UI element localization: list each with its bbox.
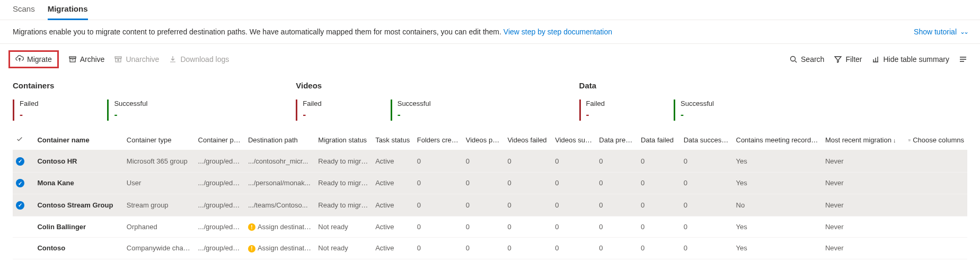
videos-prev-cell: 0 bbox=[463, 194, 505, 216]
hide-summary-label: Hide table summary bbox=[884, 55, 950, 64]
data-failed-cell: 0 bbox=[638, 216, 681, 238]
container-name-cell: Colin Ballinger bbox=[34, 216, 123, 238]
containers-failed-label: Failed bbox=[20, 100, 38, 107]
svg-rect-5 bbox=[909, 139, 911, 141]
containers-failed-value: - bbox=[20, 110, 38, 121]
containers-success-value: - bbox=[114, 110, 147, 121]
data-prev-cell: 0 bbox=[596, 194, 638, 216]
col-videos-previous[interactable]: Videos prev... bbox=[463, 130, 505, 150]
destination-path-cell[interactable]: .../contosohr_micr... bbox=[245, 150, 315, 173]
table-row[interactable]: Colin BallingerOrphaned.../group/ed53...… bbox=[13, 216, 967, 238]
data-success-cell: 0 bbox=[681, 216, 733, 238]
folders-created-cell: 0 bbox=[414, 172, 463, 194]
folders-created-cell: 0 bbox=[414, 150, 463, 173]
most-recent-cell: Never bbox=[822, 194, 905, 216]
container-path-cell: .../group/ed53... bbox=[195, 172, 245, 194]
warning-icon bbox=[248, 223, 255, 231]
col-meeting-recording[interactable]: Contains meeting recording bbox=[733, 130, 822, 150]
show-tutorial-link[interactable]: Show tutorial ⌄⌄ bbox=[914, 28, 967, 36]
row-select-cell[interactable] bbox=[13, 172, 34, 194]
videos-success-value: - bbox=[398, 110, 431, 121]
col-container-name[interactable]: Container name bbox=[34, 130, 123, 150]
destination-path-cell[interactable]: .../personal/monak... bbox=[245, 172, 315, 194]
table-header-row: Container name Container type Container … bbox=[13, 130, 967, 150]
col-container-type[interactable]: Container type bbox=[123, 130, 195, 150]
videos-prev-cell: 0 bbox=[463, 172, 505, 194]
migrate-label: Migrate bbox=[27, 55, 52, 64]
documentation-link[interactable]: View step by step documentation bbox=[504, 28, 612, 36]
task-status-cell: Active bbox=[372, 238, 414, 259]
tab-migrations[interactable]: Migrations bbox=[48, 0, 88, 20]
data-prev-cell: 0 bbox=[596, 238, 638, 259]
download-logs-label: Download logs bbox=[180, 55, 229, 64]
migrate-button[interactable]: Migrate bbox=[8, 50, 59, 68]
col-container-path[interactable]: Container path bbox=[195, 130, 245, 150]
containers-success-stat: Successful - bbox=[107, 100, 147, 121]
container-path-cell: .../group/ed53... bbox=[195, 150, 245, 173]
columns-icon bbox=[908, 137, 911, 144]
data-failed-value: - bbox=[586, 110, 605, 121]
filter-icon bbox=[834, 55, 842, 64]
col-data-previous[interactable]: Data previo... bbox=[596, 130, 638, 150]
data-success-label: Successful bbox=[681, 100, 714, 107]
data-prev-cell: 0 bbox=[596, 150, 638, 173]
more-lines-icon bbox=[959, 55, 967, 64]
row-select-cell[interactable] bbox=[13, 150, 34, 173]
destination-path-cell[interactable]: .../teams/Contoso... bbox=[245, 194, 315, 216]
table-row[interactable]: Contoso Stream GroupStream group.../grou… bbox=[13, 194, 967, 216]
container-type-cell: Orphaned bbox=[123, 216, 195, 238]
download-icon bbox=[169, 55, 177, 64]
videos-failed-cell: 0 bbox=[504, 150, 552, 173]
row-select-cell[interactable] bbox=[13, 194, 34, 216]
toolbar: Migrate Archive Unarchive Download logs … bbox=[0, 44, 980, 79]
show-tutorial-label: Show tutorial bbox=[914, 28, 957, 36]
data-success-cell: 0 bbox=[681, 238, 733, 259]
col-folders-created[interactable]: Folders created bbox=[414, 130, 463, 150]
destination-path-cell[interactable]: Assign destination bbox=[245, 216, 315, 238]
col-choose-columns[interactable]: Choose columns bbox=[905, 130, 967, 150]
row-select-cell[interactable] bbox=[13, 216, 34, 238]
meeting-recording-cell: Yes bbox=[733, 216, 822, 238]
destination-path-cell[interactable]: Assign destination bbox=[245, 238, 315, 259]
table-row[interactable]: Contoso HRMicrosoft 365 group.../group/e… bbox=[13, 150, 967, 173]
data-failed-label: Failed bbox=[586, 100, 605, 107]
container-path-cell: .../group/ed53... bbox=[195, 238, 245, 259]
folders-created-cell: 0 bbox=[414, 216, 463, 238]
col-data-failed[interactable]: Data failed bbox=[638, 130, 681, 150]
most-recent-cell: Never bbox=[822, 150, 905, 173]
hide-summary-button[interactable]: Hide table summary bbox=[872, 55, 950, 64]
migration-status-cell: Not ready bbox=[315, 216, 372, 238]
search-button[interactable]: Search bbox=[789, 55, 824, 64]
select-all-header[interactable] bbox=[13, 130, 34, 150]
trailing-cell bbox=[905, 194, 967, 216]
sort-down-icon: ↓ bbox=[893, 137, 896, 143]
col-videos-success[interactable]: Videos succ... bbox=[552, 130, 596, 150]
container-name-cell: Contoso Stream Group bbox=[34, 194, 123, 216]
col-task-status[interactable]: Task status bbox=[372, 130, 414, 150]
col-destination-path[interactable]: Destination path bbox=[245, 130, 315, 150]
videos-prev-cell: 0 bbox=[463, 238, 505, 259]
container-type-cell: Companywide channel bbox=[123, 238, 195, 259]
archive-button[interactable]: Archive bbox=[68, 55, 105, 64]
data-failed-cell: 0 bbox=[638, 238, 681, 259]
container-path-cell: .../group/ed53... bbox=[195, 216, 245, 238]
videos-success-cell: 0 bbox=[552, 150, 596, 173]
checked-icon bbox=[16, 201, 24, 210]
filter-button[interactable]: Filter bbox=[834, 55, 862, 64]
col-most-recent[interactable]: Most recent migration↓ bbox=[822, 130, 905, 150]
download-logs-button: Download logs bbox=[169, 55, 229, 64]
row-select-cell[interactable] bbox=[13, 238, 34, 259]
task-status-cell: Active bbox=[372, 194, 414, 216]
tab-scans[interactable]: Scans bbox=[13, 0, 35, 20]
videos-success-stat: Successful - bbox=[391, 100, 431, 121]
col-data-success[interactable]: Data successful bbox=[681, 130, 733, 150]
videos-failed-label: Failed bbox=[303, 100, 321, 107]
table-row[interactable]: ContosoCompanywide channel.../group/ed53… bbox=[13, 238, 967, 259]
col-videos-failed[interactable]: Videos failed bbox=[504, 130, 552, 150]
table-row[interactable]: Mona KaneUser.../group/ed53....../person… bbox=[13, 172, 967, 194]
col-migration-status[interactable]: Migration status bbox=[315, 130, 372, 150]
more-options-button[interactable] bbox=[959, 55, 967, 64]
destination-path-value: .../teams/Contoso... bbox=[248, 201, 308, 209]
most-recent-cell: Never bbox=[822, 172, 905, 194]
task-status-cell: Active bbox=[372, 150, 414, 173]
